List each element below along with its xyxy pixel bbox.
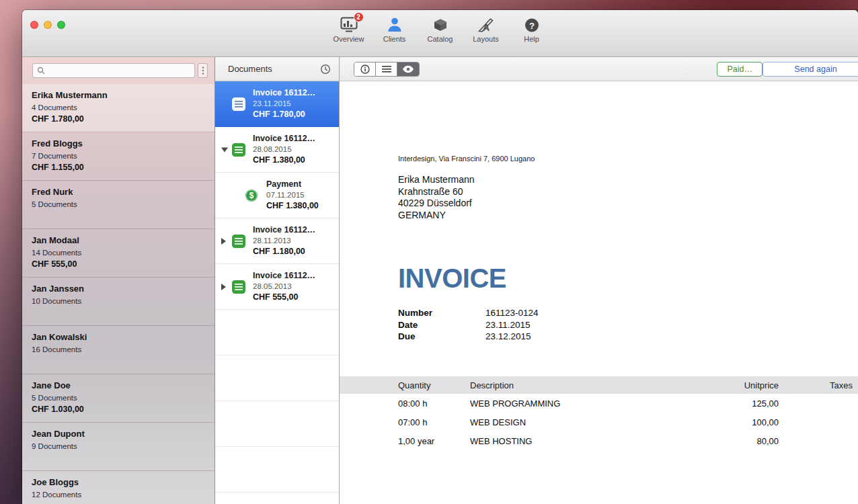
- client-doc-count: 16 Documents: [32, 345, 205, 353]
- document-row-invoice-1[interactable]: Invoice 16112… 23.11.2015 CHF 1.780,00: [215, 81, 339, 127]
- svg-text:$: $: [249, 191, 254, 200]
- notification-badge: 2: [354, 12, 364, 22]
- document-amount: CHF 555,00: [253, 292, 336, 302]
- document-date: 28.08.2015: [253, 145, 336, 153]
- toolbar-catalog[interactable]: Catalog: [420, 15, 461, 43]
- toolbar-label: Catalog: [428, 35, 453, 43]
- document-date: 28.11.2013: [253, 237, 336, 245]
- paid-button[interactable]: Paid…: [717, 62, 763, 77]
- client-doc-count: 10 Documents: [32, 297, 205, 305]
- search-input[interactable]: [48, 66, 190, 75]
- items-table-body: 08:00 h WEB PROGRAMMING 125,00 07:00 h W…: [340, 394, 858, 450]
- main-area: Erika Mustermann 4 Documents CHF 1.780,0…: [22, 57, 858, 504]
- document-list: Invoice 16112… 23.11.2015 CHF 1.780,00 I…: [215, 81, 339, 504]
- search-field[interactable]: [32, 63, 195, 78]
- column-header-taxes: Taxes: [779, 380, 853, 390]
- invoice-document-icon: [231, 234, 246, 249]
- disclosure-triangle-collapsed[interactable]: [221, 238, 226, 245]
- client-doc-count: 4 Documents: [32, 103, 205, 112]
- table-row: 1,00 year WEB HOSTING 80,00: [340, 431, 858, 450]
- client-name: Jan Janssen: [32, 284, 205, 294]
- items-table-header: Quantity Description Unitprice Taxes: [340, 376, 858, 394]
- document-row-invoice-3[interactable]: Invoice 16112… 28.11.2013 CHF 1.180,00: [215, 218, 339, 264]
- document-text: Invoice 16112… 28.05.2013 CHF 555,00: [253, 271, 336, 302]
- client-row-jane-doe[interactable]: Jane Doe 5 Documents CHF 1.030,00: [22, 374, 214, 423]
- client-name: Erika Mustermann: [32, 90, 205, 100]
- document-text: Invoice 16112… 28.08.2015 CHF 1.380,00: [253, 134, 336, 165]
- help-icon: ?: [524, 15, 539, 33]
- invoice-document-icon: [231, 280, 246, 294]
- disclosure-triangle-collapsed[interactable]: [221, 284, 226, 290]
- document-amount: CHF 1.380,00: [266, 201, 336, 210]
- search-icon: [37, 67, 45, 75]
- client-amount: CHF 1.155,00: [32, 163, 205, 172]
- app-window: 2 Overview Clients Catalog A La: [22, 10, 858, 504]
- cell-description: WEB DESIGN: [470, 417, 668, 427]
- toolbar-overview[interactable]: 2 Overview: [329, 15, 369, 43]
- client-row-jan-modaal[interactable]: Jan Modaal 14 Documents CHF 555,00: [22, 229, 214, 278]
- document-amount: CHF 1.380,00: [253, 155, 336, 165]
- main-toolbar: 2 Overview Clients Catalog A La: [22, 15, 858, 43]
- toolbar-label: Help: [524, 35, 539, 43]
- disclosure-triangle-expanded[interactable]: [221, 147, 228, 152]
- preview-view-segment[interactable]: [397, 62, 419, 76]
- client-row-fred-bloggs[interactable]: Fred Bloggs 7 Documents CHF 1.155,00: [22, 132, 214, 181]
- client-row-jean-dupont[interactable]: Jean Dupont 9 Documents: [22, 423, 214, 471]
- document-date: 23.11.2015: [253, 99, 336, 108]
- toolbar-clients[interactable]: Clients: [375, 15, 415, 43]
- send-again-button[interactable]: Send again: [763, 62, 858, 77]
- recipient-address: Erika Mustermann Krahnstraße 60 40229 Dü…: [398, 174, 475, 221]
- titlebar: 2 Overview Clients Catalog A La: [22, 10, 858, 57]
- client-doc-count: 5 Documents: [32, 394, 205, 402]
- cell-unitprice: 80,00: [668, 436, 779, 446]
- client-row-erika-mustermann[interactable]: Erika Mustermann 4 Documents CHF 1.780,0…: [22, 84, 214, 132]
- client-row-jan-kowalski[interactable]: Jan Kowalski 16 Documents: [22, 326, 214, 374]
- document-row-invoice-2[interactable]: Invoice 16112… 28.08.2015 CHF 1.380,00: [215, 127, 339, 173]
- recipient-line: Erika Mustermann: [398, 174, 475, 186]
- client-doc-count: 5 Documents: [32, 200, 205, 208]
- preview-panel: Paid… Send again Interdesign, Via Fransc…: [340, 57, 858, 504]
- recipient-line: GERMANY: [398, 210, 475, 222]
- client-amount: CHF 1.030,00: [32, 405, 205, 414]
- list-view-segment[interactable]: [376, 62, 397, 76]
- document-date: 07.11.2015: [266, 191, 336, 199]
- client-doc-count: 14 Documents: [32, 249, 205, 257]
- cell-description: WEB PROGRAMMING: [470, 398, 668, 409]
- meta-value: 23.11.2015: [485, 319, 539, 331]
- recipient-line: 40229 Düsseldorf: [398, 198, 475, 210]
- client-row-jan-janssen[interactable]: Jan Janssen 10 Documents: [22, 278, 214, 326]
- document-amount: CHF 1.780,00: [253, 110, 336, 119]
- documents-panel: Documents Invoice 16112… 23.11.2015 CHF …: [215, 57, 340, 504]
- client-name: Jean Dupont: [32, 429, 205, 439]
- client-row-fred-nurk[interactable]: Fred Nurk 5 Documents: [22, 181, 214, 229]
- sort-options-button[interactable]: [198, 63, 208, 78]
- invoice-page: Interdesign, Via Franscini 7, 6900 Lugan…: [340, 81, 858, 504]
- toolbar-layouts[interactable]: A Layouts: [466, 15, 506, 43]
- cell-quantity: 07:00 h: [398, 417, 470, 427]
- document-row-payment[interactable]: $ Payment 07.11.2015 CHF 1.380,00: [215, 173, 339, 218]
- document-text: Payment 07.11.2015 CHF 1.380,00: [266, 179, 336, 210]
- client-name: Fred Nurk: [32, 187, 205, 197]
- payment-icon: $: [245, 189, 258, 202]
- documents-header: Documents: [215, 57, 339, 81]
- invoice-document-icon: [231, 97, 246, 112]
- document-row-invoice-4[interactable]: Invoice 16112… 28.05.2013 CHF 555,00: [215, 264, 339, 310]
- client-doc-count: 7 Documents: [32, 152, 205, 160]
- column-header-description: Description: [470, 380, 668, 390]
- dots-icon: [202, 66, 204, 75]
- invoice-document-icon: [231, 142, 246, 157]
- info-view-segment[interactable]: [354, 62, 376, 76]
- empty-row: [215, 401, 339, 447]
- view-segmented-control: [354, 62, 420, 77]
- client-list: Erika Mustermann 4 Documents CHF 1.780,0…: [22, 84, 214, 504]
- client-doc-count: 12 Documents: [32, 491, 205, 499]
- meta-label: Number: [398, 307, 485, 319]
- client-name: Joe Bloggs: [32, 477, 205, 487]
- client-name: Jan Modaal: [32, 235, 205, 245]
- toolbar-help[interactable]: ? Help: [512, 15, 552, 43]
- client-row-joe-bloggs[interactable]: Joe Bloggs 12 Documents: [22, 471, 214, 504]
- info-icon: [360, 65, 370, 74]
- column-header-unitprice: Unitprice: [668, 380, 779, 390]
- document-title: Invoice 16112…: [253, 134, 336, 143]
- history-filter-button[interactable]: [320, 64, 331, 75]
